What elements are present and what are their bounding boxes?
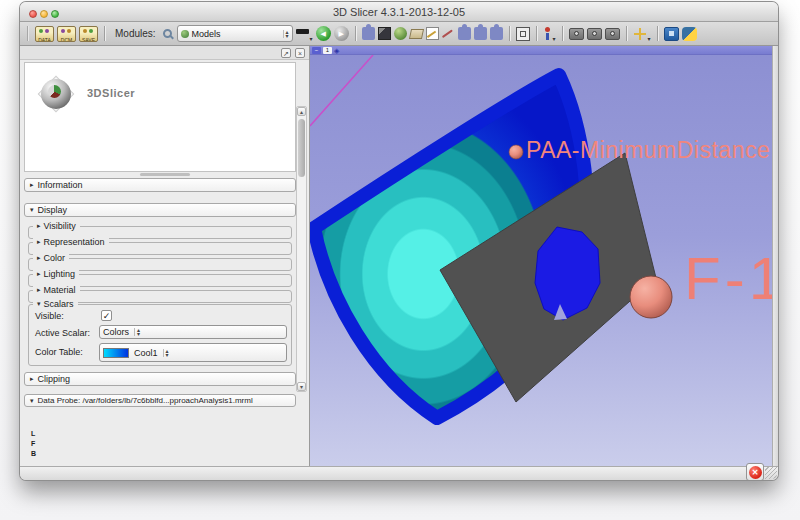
view-pin-icon[interactable]: ◈ (334, 47, 339, 54)
section-clipping[interactable]: ▸ Clipping (24, 372, 296, 386)
models-module-icon (181, 30, 189, 38)
active-scalar-combobox[interactable]: Colors ▴▾ (99, 325, 287, 339)
fiducial-caret-icon[interactable]: ▾ (553, 35, 556, 42)
module-search-icon[interactable] (163, 29, 172, 38)
fiducial-point-small[interactable] (509, 145, 523, 159)
screenshot-icon[interactable] (516, 27, 530, 41)
toolbar-separator (562, 26, 563, 41)
camera-frustum-line (310, 55, 373, 126)
data-dot-icon (45, 29, 49, 33)
view-number-label: 1 (323, 47, 332, 54)
volumes-module-icon[interactable] (394, 27, 407, 40)
modules-label: Modules: (115, 28, 156, 39)
traffic-light-close-button[interactable] (29, 10, 37, 18)
traffic-light-minimize-button[interactable] (40, 10, 48, 18)
undock-panel-button[interactable]: ↗ (281, 48, 291, 58)
fiducial-point-large[interactable] (630, 276, 672, 318)
toolbar-separator (355, 26, 356, 41)
toolbar-separator (509, 26, 510, 41)
subsection-label: Lighting (44, 269, 76, 279)
scroll-up-button[interactable]: ▴ (297, 107, 306, 116)
expanded-arrow-icon: ▾ (37, 300, 41, 308)
python-console-icon[interactable] (682, 27, 697, 41)
camera-lens-icon (610, 31, 615, 36)
data-probe-bar[interactable]: ▾ Data Probe: /var/folders/lb/7c6bblfd..… (24, 394, 296, 407)
window-title: 3D Slicer 4.3.1-2013-12-05 (20, 2, 778, 22)
data-module-icon[interactable] (378, 27, 391, 40)
combobox-stepper-icon: ▴▾ (163, 349, 169, 357)
collapsed-arrow-icon: ▸ (30, 181, 34, 189)
panel-splitter-handle[interactable] (140, 173, 190, 176)
save-dot-icon (83, 29, 87, 33)
save-icon[interactable]: SAVE (79, 26, 98, 42)
load-dicom-icon[interactable]: DCM (57, 26, 76, 42)
dicom-dot-icon (67, 29, 71, 33)
collapsed-arrow-icon: ▸ (37, 270, 41, 278)
visible-checkbox[interactable]: ✓ (101, 310, 112, 321)
main-toolbar: DATA DCM SAVE Modules: Models ▴▾ ▾ ◀ ▶ ▾ (20, 22, 778, 46)
fiducial-annotation-label[interactable]: F-1 (684, 244, 772, 313)
close-panel-button[interactable]: × (295, 48, 305, 58)
subsection-label: Material (44, 285, 76, 295)
scene-view-icon[interactable] (587, 28, 602, 40)
resize-grip[interactable] (765, 467, 777, 479)
combobox-stepper-icon: ▴▾ (134, 328, 140, 336)
editor-module-icon[interactable] (442, 27, 455, 40)
collapsed-arrow-icon: ▸ (30, 375, 34, 383)
status-bar: ✕ (20, 466, 778, 480)
transforms-module-icon[interactable] (409, 29, 424, 39)
slicer-logo (39, 77, 75, 113)
back-button[interactable]: ◀ (316, 26, 331, 41)
threed-viewport[interactable]: PAA-MinimumDistance F-1 − 1 ◈ (310, 46, 772, 466)
orientation-letter-b: B (31, 450, 36, 457)
module-history-icon[interactable] (296, 29, 309, 34)
forward-button[interactable]: ▶ (334, 26, 349, 41)
color-table-value: Cool1 (134, 348, 158, 358)
section-label: Display (38, 205, 68, 215)
logo-wordmark: 3DSlicer (87, 87, 135, 99)
section-display[interactable]: ▾ Display (24, 203, 296, 217)
expanded-arrow-icon: ▾ (30, 206, 34, 214)
section-information[interactable]: ▸ Information (24, 178, 296, 192)
collapse-view-button[interactable]: − (312, 47, 321, 54)
scene-capture-icon[interactable] (569, 28, 584, 40)
distance-annotation-label[interactable]: PAA-MinimumDistance (526, 137, 770, 164)
scroll-down-button[interactable]: ▾ (297, 382, 306, 391)
toolbar-grip (27, 26, 29, 41)
subsection-scalars: ▾Scalars Visible: ✓ Active Scalar: Color… (28, 304, 292, 366)
favorite-module-icon[interactable] (474, 27, 487, 40)
expanded-arrow-icon: ▾ (30, 397, 34, 405)
scrollbar-thumb[interactable] (298, 119, 305, 177)
extensions-manager-icon[interactable] (664, 27, 679, 41)
module-panel: ↗ × 3DSlicer ▴ ▾ ▸ Information ▾ Display (20, 46, 310, 466)
crosshair-icon[interactable] (633, 27, 647, 41)
modules-combobox[interactable]: Models ▴▾ (177, 25, 293, 42)
traffic-light-zoom-button[interactable] (51, 10, 59, 18)
load-data-label: DATA (38, 37, 51, 42)
scalars-header[interactable]: ▾Scalars (33, 299, 78, 309)
color-table-combobox[interactable]: Cool1 ▴▾ (99, 343, 287, 362)
crosshair-caret-icon[interactable]: ▾ (648, 35, 651, 42)
favorite-module-icon[interactable] (362, 27, 375, 40)
selected-module-label: Models (192, 29, 280, 39)
data-probe-label: Data Probe: /var/folders/lb/7c6bblfd...p… (38, 396, 253, 405)
favorite-module-icon[interactable] (458, 27, 471, 40)
load-data-icon[interactable]: DATA (35, 26, 54, 42)
annotations-module-icon[interactable] (426, 27, 439, 40)
section-label: Clipping (38, 374, 71, 384)
toolbar-separator (657, 26, 658, 41)
subsection-label: Color (44, 253, 66, 263)
active-scalar-label: Active Scalar: (35, 328, 90, 338)
logo-core-icon (48, 85, 61, 98)
toolbar-separator (536, 26, 537, 41)
collapsed-arrow-icon: ▸ (37, 286, 41, 294)
title-bar[interactable]: 3D Slicer 4.3.1-2013-12-05 (20, 2, 778, 22)
dicom-dot-icon (61, 29, 65, 33)
panel-scrollbar[interactable]: ▴ ▾ (296, 106, 307, 392)
scene-restore-icon[interactable] (605, 28, 620, 40)
window-right-edge (772, 46, 778, 466)
favorite-module-icon[interactable] (490, 27, 503, 40)
fiducial-markup-icon[interactable] (543, 27, 552, 40)
error-log-button[interactable]: ✕ (746, 463, 764, 480)
camera-lens-icon (574, 31, 579, 36)
